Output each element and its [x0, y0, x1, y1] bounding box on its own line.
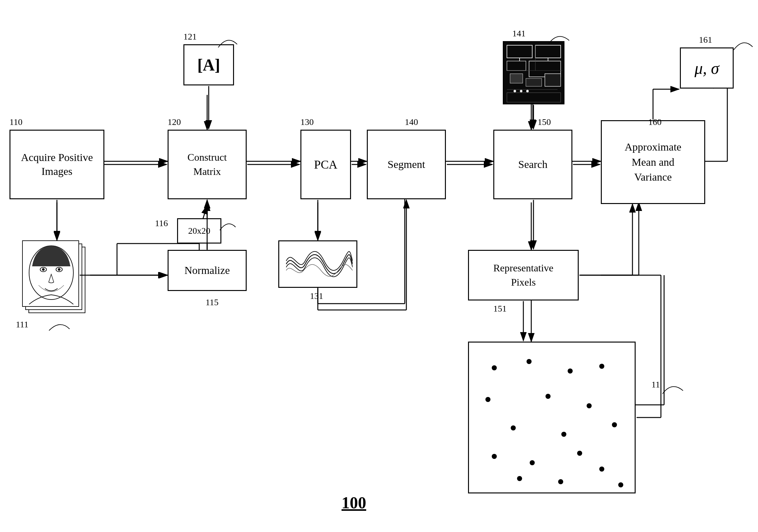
- diagram-container: Acquire Positive Images 110 ConstructMat…: [0, 0, 758, 532]
- figure-number: 100: [341, 493, 366, 512]
- connector-svg: [0, 0, 758, 532]
